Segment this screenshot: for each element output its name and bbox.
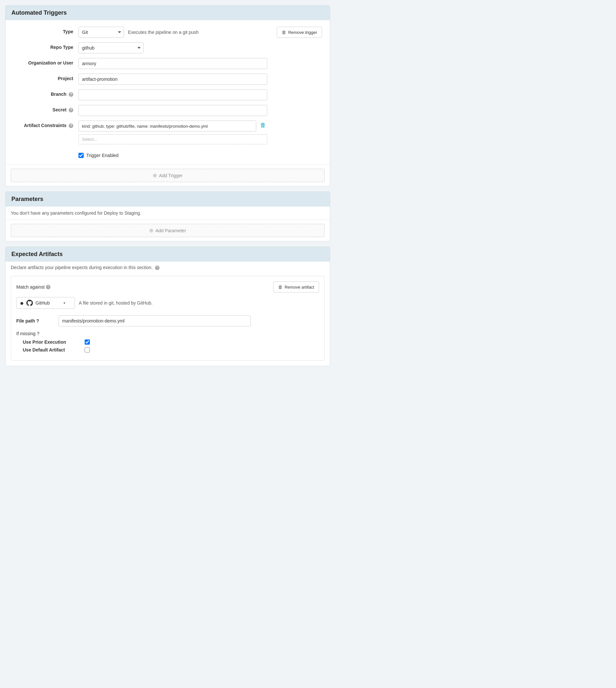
secret-label: Secret ? <box>13 105 79 112</box>
type-select[interactable]: Git Cron Docker Registry Jenkins <box>79 27 124 38</box>
branch-help-icon[interactable]: ? <box>69 92 73 97</box>
file-path-input[interactable] <box>59 315 251 326</box>
github-select-label: GitHub <box>36 300 50 305</box>
org-user-row: Organization or User <box>13 58 322 69</box>
artifacts-description: Declare artifacts your pipeline expects … <box>5 262 330 273</box>
expected-artifacts-title: Expected Artifacts <box>12 251 63 257</box>
expected-artifacts-section: Expected Artifacts Declare artifacts you… <box>5 246 330 366</box>
trash-blue-icon: 🗑 <box>260 122 266 129</box>
use-default-artifact-row: Use Default Artifact <box>23 347 319 352</box>
remove-trigger-button[interactable]: 🗑 Remove trigger <box>277 27 322 38</box>
automated-triggers-body: Type Git Cron Docker Registry Jenkins Ex… <box>5 20 330 165</box>
artifact-constraints-control-wrap: 🗑 Select... <box>79 121 322 148</box>
type-label: Type <box>13 27 79 34</box>
secret-input[interactable] <box>79 105 267 116</box>
if-missing-section: If missing ? Use Prior Execution Use Def… <box>16 331 319 352</box>
project-control-wrap <box>79 73 322 85</box>
use-prior-execution-row: Use Prior Execution <box>23 340 319 345</box>
file-path-row: File path ? <box>16 315 319 326</box>
automated-triggers-section: Automated Triggers Type Git Cron Docker … <box>5 5 330 186</box>
github-type-select[interactable]: ● GitHub ▾ <box>16 297 75 309</box>
secret-control-wrap <box>79 105 322 116</box>
artifact-constraints-row: Artifact Constraints ? 🗑 Select... <box>13 121 322 148</box>
artifact-tag-row: 🗑 <box>79 121 267 132</box>
use-prior-execution-label: Use Prior Execution <box>23 340 81 345</box>
use-prior-execution-checkbox[interactable] <box>85 340 90 345</box>
trigger-enabled-checkbox[interactable] <box>79 153 84 158</box>
secret-help-icon[interactable]: ? <box>69 108 73 112</box>
artifact-tag-input[interactable] <box>79 121 256 132</box>
type-description: Executes the pipeline on a git push <box>128 30 199 35</box>
add-parameter-wrap: ⊕ Add Parameter <box>5 219 330 241</box>
use-default-artifact-checkbox[interactable] <box>85 347 90 352</box>
org-user-label: Organization or User <box>13 58 79 65</box>
add-trigger-button[interactable]: ⊕ Add Trigger <box>11 169 325 182</box>
type-row: Type Git Cron Docker Registry Jenkins Ex… <box>13 27 322 38</box>
add-parameter-plus-icon: ⊕ <box>149 228 153 234</box>
remove-artifact-trash-icon: 🗑 <box>278 284 283 289</box>
add-parameter-button[interactable]: ⊕ Add Parameter <box>11 224 325 237</box>
artifact-select-placeholder[interactable]: Select... <box>79 134 267 144</box>
trigger-enabled-label: Trigger Enabled <box>86 153 118 158</box>
automated-triggers-header: Automated Triggers <box>5 5 330 20</box>
org-user-control-wrap <box>79 58 322 69</box>
add-trigger-wrap: ⊕ Add Trigger <box>5 165 330 186</box>
parameters-section: Parameters You don't have any parameters… <box>5 192 330 241</box>
project-label: Project <box>13 73 79 81</box>
secret-row: Secret ? <box>13 105 322 116</box>
github-logo-icon: ● <box>20 299 24 307</box>
trash-icon: 🗑 <box>282 30 286 35</box>
repo-type-select[interactable]: github gitlab bitbucket <box>79 42 144 53</box>
parameters-title: Parameters <box>12 196 43 202</box>
parameters-header: Parameters <box>5 192 330 207</box>
automated-triggers-title: Automated Triggers <box>12 9 67 16</box>
match-against-help-icon[interactable]: ? <box>46 285 50 289</box>
parameters-empty-text: You don't have any parameters configured… <box>5 207 330 219</box>
github-chevron-icon: ▾ <box>64 301 65 305</box>
remove-artifact-label: Remove artifact <box>285 285 314 289</box>
repo-type-control-wrap: github gitlab bitbucket <box>79 42 322 53</box>
expected-artifacts-header: Expected Artifacts <box>5 247 330 262</box>
github-description: A file stored in git, hosted by GitHub. <box>79 300 152 305</box>
add-trigger-label: Add Trigger <box>159 173 182 178</box>
remove-trigger-label: Remove trigger <box>288 30 317 35</box>
if-missing-label: If missing ? <box>16 331 319 336</box>
add-parameter-label: Add Parameter <box>155 228 186 233</box>
file-path-help-icon[interactable]: ? <box>37 318 39 323</box>
branch-input[interactable] <box>79 89 267 100</box>
add-trigger-plus-icon: ⊕ <box>153 172 157 178</box>
file-path-label: File path ? <box>16 318 59 323</box>
branch-label: Branch ? <box>13 89 79 97</box>
github-select-wrap: ● GitHub ▾ A file stored in git, hosted … <box>16 297 319 309</box>
match-against-label: Match against ? <box>16 284 50 289</box>
type-control-wrap: Git Cron Docker Registry Jenkins Execute… <box>79 27 322 38</box>
if-missing-help-icon[interactable]: ? <box>37 331 39 336</box>
github-octocat-icon <box>26 300 33 306</box>
repo-type-label: Repo Type <box>13 42 79 50</box>
branch-row: Branch ? <box>13 89 322 100</box>
remove-artifact-button[interactable]: 🗑 Remove artifact <box>273 281 319 293</box>
artifact-delete-button[interactable]: 🗑 <box>259 121 267 130</box>
artifact-constraints-label: Artifact Constraints ? <box>13 121 79 128</box>
trigger-enabled-row: Trigger Enabled <box>79 153 322 158</box>
artifacts-description-help-icon[interactable]: ? <box>155 265 159 270</box>
artifact-constraints-help-icon[interactable]: ? <box>69 124 73 128</box>
branch-control-wrap <box>79 89 322 100</box>
project-input[interactable] <box>79 73 267 85</box>
use-default-artifact-label: Use Default Artifact <box>23 347 81 352</box>
project-row: Project <box>13 73 322 85</box>
artifact-item: Match against ? 🗑 Remove artifact ● GitH… <box>11 276 325 361</box>
type-select-wrap: Git Cron Docker Registry Jenkins Execute… <box>79 27 322 38</box>
repo-type-row: Repo Type github gitlab bitbucket <box>13 42 322 53</box>
org-user-input[interactable] <box>79 58 267 69</box>
match-against-row: Match against ? 🗑 Remove artifact <box>16 281 319 293</box>
